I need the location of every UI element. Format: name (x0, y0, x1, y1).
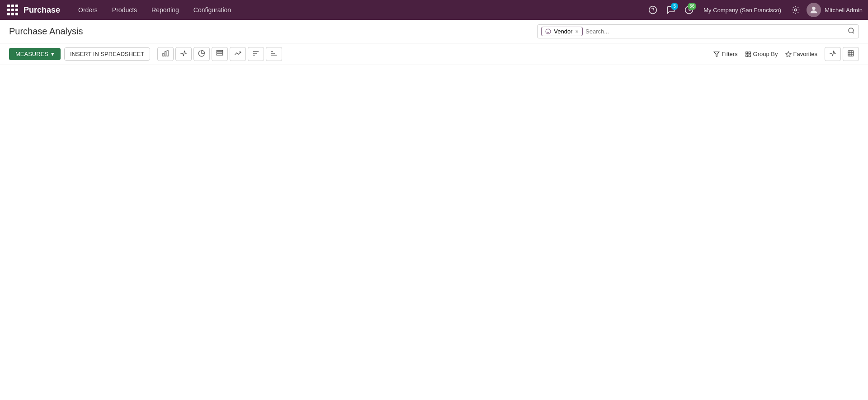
chart-view-button[interactable] (825, 47, 841, 61)
chat-badge: 5 (671, 3, 678, 10)
sort-desc-button[interactable] (266, 47, 282, 61)
pie-chart-icon (198, 50, 205, 57)
bar-chart-icon (162, 50, 169, 57)
bar-chart-button[interactable] (157, 47, 174, 61)
svg-rect-14 (217, 52, 223, 53)
spreadsheet-label: INSERT IN SPREADSHEET (70, 51, 144, 57)
svg-point-4 (812, 7, 816, 10)
svg-point-8 (849, 28, 854, 33)
svg-point-3 (795, 9, 797, 11)
user-name: Mitchell Admin (825, 7, 863, 14)
measures-label: MEASURES (15, 51, 48, 57)
sort-asc-icon (252, 50, 259, 57)
vendor-tag-remove[interactable]: × (575, 28, 579, 35)
favorites-action[interactable]: Favorites (785, 51, 817, 57)
navbar-right: 5 36 My Company (San Francisco) Mitchell… (646, 3, 863, 17)
svg-rect-11 (165, 52, 166, 56)
company-name[interactable]: My Company (San Francisco) (700, 7, 785, 14)
activity-badge: 36 (688, 3, 696, 10)
toolbar: MEASURES ▾ INSERT IN SPREADSHEET Filt (0, 43, 868, 65)
svg-point-5 (546, 29, 551, 34)
nav-configuration[interactable]: Configuration (186, 0, 238, 20)
group-by-label: Group By (753, 51, 778, 57)
apps-menu-button[interactable] (5, 3, 20, 17)
line-chart-button[interactable] (175, 47, 192, 61)
spreadsheet-button[interactable]: INSERT IN SPREADSHEET (64, 47, 150, 61)
sort-desc-icon (270, 50, 278, 57)
filters-label: Filters (722, 51, 737, 57)
chart-type-buttons (157, 47, 282, 61)
table-view-button[interactable] (843, 47, 859, 61)
support-icon[interactable] (646, 3, 660, 17)
search-icon (848, 27, 855, 34)
line-chart-icon (180, 50, 187, 57)
user-avatar[interactable] (807, 3, 821, 17)
search-input[interactable] (585, 28, 848, 35)
vendor-tag-icon (545, 28, 551, 34)
settings-icon[interactable] (788, 3, 803, 17)
svg-rect-15 (217, 50, 223, 52)
star-icon (785, 51, 792, 57)
sort-asc-button[interactable] (248, 47, 264, 61)
svg-marker-24 (714, 52, 719, 56)
vendor-tag-label: Vendor (554, 28, 572, 35)
apps-grid-icon (7, 5, 18, 15)
favorites-label: Favorites (793, 51, 817, 57)
nav-products[interactable]: Products (105, 0, 144, 20)
svg-rect-25 (745, 52, 747, 53)
area-chart-button[interactable] (230, 47, 246, 61)
measures-caret: ▾ (51, 51, 54, 57)
measures-button[interactable]: MEASURES ▾ (9, 48, 61, 60)
group-by-icon (745, 51, 751, 57)
svg-marker-29 (786, 52, 791, 56)
svg-rect-10 (163, 53, 164, 56)
stack-chart-button[interactable] (212, 47, 228, 61)
chart-view-icon (829, 50, 836, 57)
svg-rect-13 (217, 54, 223, 55)
filters-action[interactable]: Filters (713, 51, 737, 57)
app-brand: Purchase (24, 5, 60, 15)
nav-reporting[interactable]: Reporting (144, 0, 186, 20)
activity-icon[interactable]: 36 (682, 3, 696, 17)
svg-rect-28 (749, 55, 750, 56)
nav-orders[interactable]: Orders (71, 0, 105, 20)
chat-icon[interactable]: 5 (664, 3, 678, 17)
svg-line-9 (853, 32, 854, 33)
vendor-search-tag: Vendor × (541, 27, 583, 36)
page-title: Purchase Analysis (9, 26, 532, 37)
svg-rect-27 (745, 55, 747, 56)
subheader: Purchase Analysis Vendor × (0, 20, 868, 43)
navbar: Purchase Orders Products Reporting Confi… (0, 0, 868, 20)
svg-rect-30 (848, 51, 854, 56)
pie-chart-button[interactable] (193, 47, 210, 61)
svg-rect-12 (167, 51, 169, 56)
group-by-action[interactable]: Group By (745, 51, 778, 57)
filter-icon (713, 51, 720, 57)
view-buttons (825, 47, 859, 61)
search-box: Vendor × (537, 24, 859, 38)
table-view-icon (847, 50, 854, 57)
svg-rect-26 (749, 52, 750, 53)
stack-icon (216, 50, 223, 57)
navbar-menu: Orders Products Reporting Configuration (71, 0, 238, 20)
toolbar-right: Filters Group By Favorites (713, 47, 859, 61)
search-button[interactable] (848, 27, 855, 36)
area-chart-icon (234, 50, 241, 57)
